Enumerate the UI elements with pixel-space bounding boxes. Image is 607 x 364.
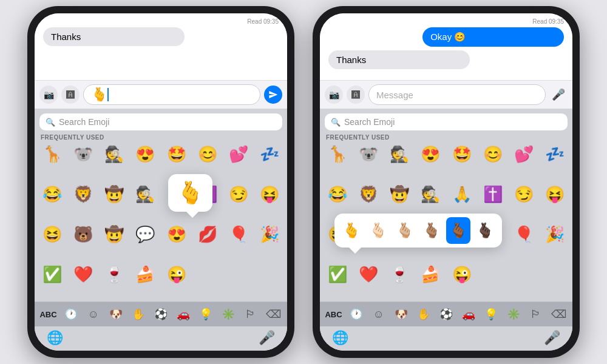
emoji-cell[interactable]: 🦒 xyxy=(37,142,67,166)
emoji-cell[interactable]: 💤 xyxy=(540,142,570,166)
objects-icon[interactable]: 💡 xyxy=(195,306,217,323)
message-input-right[interactable]: Message xyxy=(368,84,546,105)
mic-icon-right-bottom[interactable]: 🎤 xyxy=(544,330,560,346)
section-label-left: FREQUENTLY USED xyxy=(35,133,287,142)
emoji-cell[interactable]: 😜 xyxy=(447,263,476,287)
emoji-cell[interactable]: 🤠 xyxy=(100,223,129,247)
emoji-cell[interactable]: ✅ xyxy=(37,263,67,287)
section-label-right: FREQUENTLY USED xyxy=(320,133,572,142)
skin-default[interactable]: 🫰 xyxy=(339,217,364,244)
emoji-cell[interactable]: 🤠 xyxy=(385,182,415,206)
emoji-cell[interactable]: 🕵️ xyxy=(100,142,129,166)
mic-icon[interactable]: 🎤 xyxy=(259,330,275,346)
emoji-cell[interactable]: 😜 xyxy=(161,263,191,287)
mic-btn-right[interactable]: 🎤 xyxy=(549,86,568,104)
animals-icon-right[interactable]: 🐶 xyxy=(390,306,412,323)
emoji-cell[interactable]: 🍰 xyxy=(416,263,446,287)
animals-icon[interactable]: 🐶 xyxy=(105,306,127,323)
emoji-cell[interactable]: 😆 xyxy=(37,223,67,247)
emoji-cell[interactable]: 😝 xyxy=(255,182,285,206)
emoji-cell[interactable]: 🦒 xyxy=(322,142,352,166)
emoji-cell[interactable]: 💋 xyxy=(192,223,222,247)
emoji-cell[interactable]: 😏 xyxy=(224,182,254,206)
emoji-cell[interactable]: 😏 xyxy=(509,182,539,206)
emoji-cell[interactable]: 🍰 xyxy=(131,263,160,287)
emoji-cell[interactable]: 😍 xyxy=(416,142,446,166)
appstore-icon-right[interactable]: 🅰 xyxy=(347,86,365,104)
camera-icon[interactable]: 📷 xyxy=(39,86,58,104)
flags-icon-right[interactable]: 🏳 xyxy=(525,306,547,323)
emoji-cell[interactable]: 😊 xyxy=(192,142,222,166)
emoji-cell[interactable]: 😂 xyxy=(322,182,352,206)
emoji-cell[interactable]: 🎉 xyxy=(540,223,570,247)
search-placeholder-left: Search Emoji xyxy=(59,117,109,127)
globe-icon[interactable]: 🌐 xyxy=(47,330,63,346)
gestures-icon[interactable]: ✋ xyxy=(127,306,149,323)
emoji-cell[interactable]: 🤩 xyxy=(161,142,191,166)
emoji-cell[interactable]: 🕵️ xyxy=(416,182,446,206)
appstore-icon[interactable]: 🅰 xyxy=(61,86,80,104)
skin-medium[interactable]: 🫰🏽 xyxy=(419,217,444,244)
flags-icon[interactable]: 🏳 xyxy=(240,306,262,323)
recent-icon[interactable]: 🕐 xyxy=(60,306,82,323)
abc-key[interactable]: ABC xyxy=(38,306,59,323)
search-icon-left: 🔍 xyxy=(46,118,55,127)
emoji-cell[interactable]: 🐨 xyxy=(353,142,383,166)
messages-area-right: Read 09:35 Okay 😊 Thanks xyxy=(320,13,572,80)
gestures-icon-right[interactable]: ✋ xyxy=(413,306,435,323)
skin-dark[interactable]: 🫰🏿 xyxy=(473,217,497,244)
abc-key-right[interactable]: ABC xyxy=(323,306,345,323)
emoji-cell[interactable]: 🍷 xyxy=(385,263,415,287)
search-bar-right[interactable]: 🔍 Search Emoji xyxy=(325,113,568,130)
sports-icon-right[interactable]: ⚽ xyxy=(435,306,457,323)
skin-medium-light[interactable]: 🫰🏼 xyxy=(393,217,417,244)
emoji-cell[interactable]: 🦁 xyxy=(68,182,98,206)
skin-light[interactable]: 🫰🏻 xyxy=(366,217,390,244)
emoji-cell[interactable]: 💤 xyxy=(255,142,285,166)
travel-icon-right[interactable]: 🚗 xyxy=(458,306,480,323)
emoji-cell[interactable]: 🎈 xyxy=(224,223,254,247)
emoji-cell[interactable]: 😂 xyxy=(37,182,67,206)
smiley-icon-right[interactable]: ☺ xyxy=(368,306,390,323)
send-button-left[interactable] xyxy=(264,86,282,104)
emoji-cell[interactable]: 🕵️ xyxy=(385,142,415,166)
emoji-cell[interactable]: 🐻 xyxy=(68,223,98,247)
search-bar-left[interactable]: 🔍 Search Emoji xyxy=(39,113,282,130)
emoji-cell[interactable]: 😝 xyxy=(540,182,570,206)
emoji-cell[interactable]: 😍 xyxy=(161,223,191,247)
emoji-cell[interactable]: 😍 xyxy=(131,142,160,166)
symbols-icon[interactable]: ✳️ xyxy=(217,306,239,323)
emoji-cell[interactable]: 🦁 xyxy=(353,182,383,206)
objects-icon-right[interactable]: 💡 xyxy=(480,306,502,323)
message-input-left[interactable]: 🫰 xyxy=(83,84,260,105)
emoji-cell[interactable]: 🕵️ xyxy=(131,182,160,206)
emoji-cell[interactable]: ❤️ xyxy=(353,263,383,287)
globe-icon-right[interactable]: 🌐 xyxy=(332,330,348,346)
emoji-cell[interactable]: 💕 xyxy=(224,142,254,166)
travel-icon[interactable]: 🚗 xyxy=(172,306,194,323)
recent-icon-right[interactable]: 🕐 xyxy=(345,306,367,323)
messages-area-left: Read 09:35 Thanks xyxy=(35,13,287,80)
sports-icon[interactable]: ⚽ xyxy=(150,306,172,323)
emoji-cell[interactable]: 🤩 xyxy=(447,142,476,166)
skin-tone-picker[interactable]: 🫰 🫰🏻 🫰🏼 🫰🏽 🫰🏾 🫰🏿 xyxy=(334,214,502,248)
emoji-cell[interactable]: ✅ xyxy=(322,263,352,287)
emoji-cell[interactable]: 🍷 xyxy=(100,263,129,287)
emoji-cell[interactable]: ✝️ xyxy=(478,182,507,206)
emoji-cell[interactable]: 💬 xyxy=(131,223,160,247)
smiley-icon[interactable]: ☺ xyxy=(83,306,104,323)
emoji-cell[interactable]: ❤️ xyxy=(68,263,98,287)
emoji-cell[interactable]: 😊 xyxy=(478,142,507,166)
emoji-cell[interactable]: 🎉 xyxy=(255,223,285,247)
emoji-cell[interactable]: 🐨 xyxy=(68,142,98,166)
skin-medium-dark[interactable]: 🫰🏾 xyxy=(446,217,470,244)
delete-key[interactable]: ⌫ xyxy=(262,306,284,323)
delete-key-right[interactable]: ⌫ xyxy=(548,306,569,323)
emoji-cell[interactable]: 💕 xyxy=(509,142,539,166)
emoji-cell[interactable]: 🤠 xyxy=(100,182,129,206)
received-bubble-left: Thanks xyxy=(43,27,185,46)
emoji-cell[interactable]: 🙏 xyxy=(447,182,476,206)
camera-icon-right[interactable]: 📷 xyxy=(325,86,343,104)
emoji-cell[interactable]: 🎈 xyxy=(509,223,539,247)
symbols-icon-right[interactable]: ✳️ xyxy=(503,306,524,323)
